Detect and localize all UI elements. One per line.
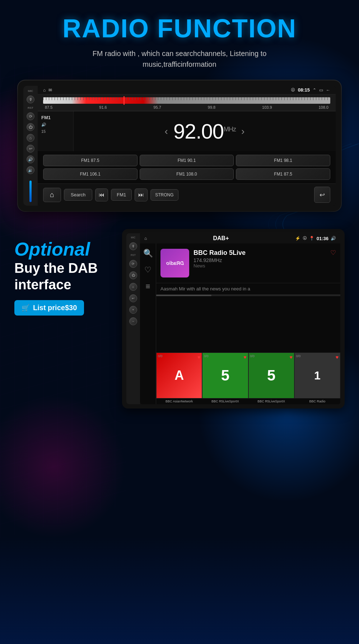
home-control-button[interactable]: ⌂ bbox=[43, 188, 61, 202]
dab-list-icon[interactable]: ≡ bbox=[146, 282, 150, 291]
dab-home-icon: ⌂ bbox=[144, 236, 147, 241]
dab-favorite-icon[interactable]: ♡ bbox=[330, 249, 336, 257]
frequency-navigation: ‹ 92.00MHz › bbox=[165, 119, 245, 143]
dab-mic-button[interactable]: 🎙 bbox=[129, 242, 137, 250]
mic-label: MIC bbox=[28, 89, 33, 93]
home-status-icon: ⌂ bbox=[43, 88, 46, 93]
channel-heart-0[interactable]: ♥ bbox=[197, 354, 200, 360]
dab-rst-button[interactable]: ⟳ bbox=[129, 260, 137, 268]
vol-up-button[interactable]: 🔊 bbox=[27, 155, 34, 163]
channel-thumb-3[interactable]: 1 0/0 ♥ bbox=[294, 353, 340, 398]
radio-screen: ⌂ ✉ ⦿ 08:15 ⌃ ▭ ← bbox=[38, 86, 336, 206]
cart-icon: 🛒 bbox=[22, 304, 29, 312]
dab-album-art: DRadio bbox=[160, 249, 189, 277]
price-button[interactable]: 🛒 List price$30 bbox=[14, 300, 84, 316]
radio-main-area: FM1 🔊 15 ‹ 92.00MHz › bbox=[38, 111, 336, 151]
freq-91.6: 91.6 bbox=[99, 105, 107, 109]
menu-icon: ▭ bbox=[319, 88, 323, 93]
main-content: RADIO FUNCTION FM radio with , which can… bbox=[0, 0, 359, 409]
home-control-icon: ⌂ bbox=[50, 191, 54, 199]
rst-icon: ⟳ bbox=[29, 114, 32, 119]
dab-vol-up-button[interactable]: + bbox=[129, 306, 137, 314]
back-side-icon: ↩ bbox=[29, 146, 32, 151]
channel-letter-1: 5 bbox=[221, 367, 229, 384]
dab-album-label: DRadio bbox=[166, 260, 184, 266]
volume-icon: 🔊 bbox=[41, 122, 70, 127]
rst-button[interactable]: ⟳ bbox=[27, 112, 34, 120]
preset-btn-0[interactable]: FM1 87.5 bbox=[43, 155, 137, 166]
dab-now-playing: DRadio BBC Radio 5Live ♡ 174.928MHz News bbox=[156, 243, 340, 283]
return-icon: ↩ bbox=[320, 191, 325, 199]
next-control-button[interactable]: ⏭ bbox=[135, 188, 148, 201]
dab-heart-icon[interactable]: ♡ bbox=[144, 265, 151, 275]
strong-control-button[interactable]: STRONG bbox=[150, 189, 178, 201]
dab-left-nav: 🔍 ♡ ≡ bbox=[140, 243, 156, 404]
dab-search-icon[interactable]: 🔍 bbox=[143, 249, 153, 258]
dab-back-side-button[interactable]: ↩ bbox=[129, 294, 137, 302]
dab-vol-down-button[interactable]: − bbox=[129, 317, 137, 325]
rst-label: RST bbox=[28, 106, 33, 109]
channel-item-2: 5 0/0 ♥ BBC R5LiveSportX bbox=[248, 353, 294, 404]
dab-station-frequency: 174.928MHz bbox=[194, 257, 336, 263]
page-title: RADIO FUNCTION bbox=[7, 14, 352, 43]
bluetooth-icon: ⦿ bbox=[291, 88, 295, 93]
channel-label-1: BBC R5LiveSportX bbox=[202, 398, 248, 404]
up-chevron-icon: ⌃ bbox=[313, 88, 316, 93]
freq-next-arrow[interactable]: › bbox=[241, 126, 244, 137]
dab-home-side-button[interactable]: ⌂ bbox=[129, 283, 137, 291]
channel-heart-3[interactable]: ♥ bbox=[336, 354, 339, 360]
preset-btn-1[interactable]: FM1 90.1 bbox=[140, 155, 234, 166]
channel-heart-1[interactable]: ♥ bbox=[243, 354, 246, 360]
freq-number: 92.00 bbox=[173, 120, 224, 143]
channel-thumb-1[interactable]: 5 0/0 ♥ bbox=[202, 353, 248, 398]
freq-95.7: 95.7 bbox=[154, 105, 161, 109]
wave-bottom bbox=[0, 536, 359, 644]
dab-plus-label: DAB+ bbox=[213, 235, 229, 242]
fm-label: FM1 bbox=[41, 115, 70, 120]
radio-status-bar: ⌂ ✉ ⦿ 08:15 ⌃ ▭ ← bbox=[38, 86, 336, 94]
dab-station-info: BBC Radio 5Live ♡ 174.928MHz News bbox=[194, 249, 336, 269]
home-side-button[interactable]: ⌂ bbox=[27, 134, 34, 142]
preset-btn-5[interactable]: FM1 87.5 bbox=[236, 168, 330, 180]
channel-item-3: 1 0/0 ♥ BBC Radio bbox=[294, 353, 340, 404]
next-icon: ⏭ bbox=[138, 192, 144, 198]
vol-down-button[interactable]: 🔉 bbox=[27, 166, 34, 174]
side-indicator-bar bbox=[29, 181, 32, 202]
prev-control-button[interactable]: ⏮ bbox=[95, 188, 108, 201]
dab-description: Buy the DAB interface bbox=[14, 260, 115, 293]
channel-thumb-inner-1: 5 bbox=[202, 353, 248, 398]
frequency-slider[interactable] bbox=[43, 97, 330, 104]
message-status-icon: ✉ bbox=[48, 88, 52, 93]
scroll-thumb bbox=[156, 295, 211, 296]
preset-btn-4[interactable]: FM1 108.0 bbox=[140, 168, 234, 180]
home-side-icon: ⌂ bbox=[29, 136, 32, 140]
channel-thumb-0[interactable]: A 0/0 ♥ bbox=[156, 353, 202, 398]
freq-unit: MHz bbox=[224, 126, 236, 133]
dab-album-inner: DRadio bbox=[160, 249, 189, 277]
search-control-button[interactable]: Search bbox=[64, 189, 92, 201]
dab-time: 01:36 bbox=[317, 236, 328, 241]
dab-mic-icon: 🎙 bbox=[132, 244, 135, 248]
frequency-display: ‹ 92.00MHz › bbox=[74, 111, 336, 151]
fm1-control-button[interactable]: FM1 bbox=[111, 189, 132, 201]
mic-button[interactable]: 🎙 bbox=[27, 95, 34, 103]
power-button[interactable]: ⏻ bbox=[27, 123, 34, 131]
dab-rst-icon: ⟳ bbox=[132, 262, 135, 266]
dab-power-button[interactable]: ⏻ bbox=[129, 271, 137, 279]
channel-thumb-inner-3: 1 bbox=[295, 353, 340, 398]
power-icon: ⏻ bbox=[29, 125, 33, 129]
freq-prev-arrow[interactable]: ‹ bbox=[165, 126, 168, 137]
preset-btn-3[interactable]: FM1 106.1 bbox=[43, 168, 137, 180]
radio-left-panel: FM1 🔊 15 bbox=[38, 111, 74, 151]
return-control-button[interactable]: ↩ bbox=[314, 187, 330, 203]
channel-heart-2[interactable]: ♥ bbox=[289, 354, 292, 360]
channel-thumb-2[interactable]: 5 0/0 ♥ bbox=[248, 353, 294, 398]
dab-station-header: BBC Radio 5Live ♡ bbox=[194, 249, 336, 257]
channel-badge-3: 0/0 bbox=[296, 354, 301, 358]
channel-badge-0: 0/0 bbox=[158, 354, 163, 358]
back-side-button[interactable]: ↩ bbox=[27, 145, 34, 153]
frequency-slider-marks bbox=[43, 97, 330, 100]
frequency-numbers: 87.5 91.6 95.7 99.8 103.9 108.0 bbox=[43, 105, 330, 109]
dab-station-name: BBC Radio 5Live bbox=[194, 249, 246, 257]
preset-btn-2[interactable]: FM1 98.1 bbox=[236, 155, 330, 166]
